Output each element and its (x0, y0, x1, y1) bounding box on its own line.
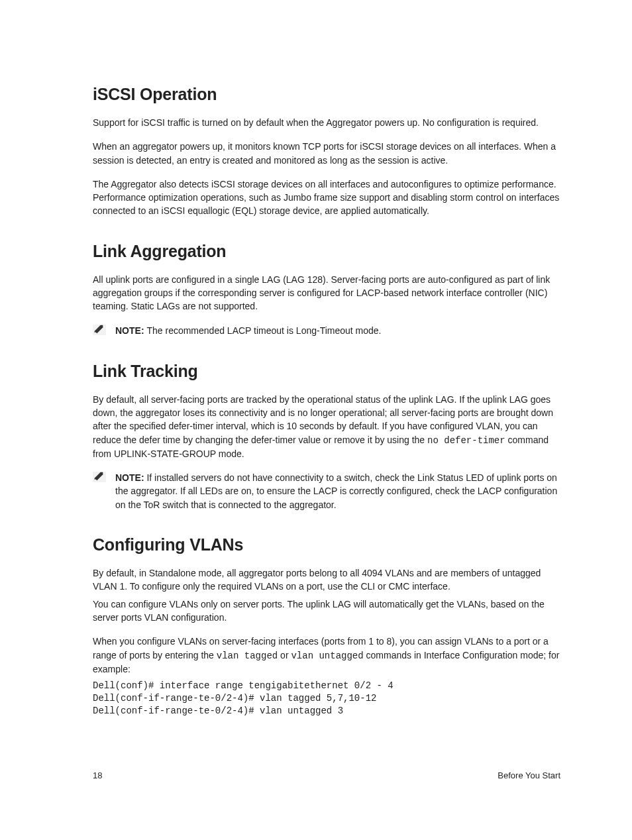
paragraph: Support for iSCSI traffic is turned on b… (93, 116, 560, 129)
document-page: iSCSI Operation Support for iSCSI traffi… (0, 0, 632, 840)
paragraph: All uplink ports are configured in a sin… (93, 273, 560, 313)
paragraph: When you configure VLANs on server-facin… (93, 635, 560, 676)
note-body: The recommended LACP timeout is Long-Tim… (146, 325, 381, 336)
note-text: NOTE: If installed servers do not have c… (115, 471, 560, 511)
paragraph: By default, all server-facing ports are … (93, 393, 560, 460)
note-label: NOTE: (115, 325, 146, 336)
page-number: 18 (93, 770, 102, 780)
page-footer: 18 Before You Start (93, 770, 560, 780)
paragraph: By default, in Standalone mode, all aggr… (93, 566, 560, 594)
heading-iscsi-operation: iSCSI Operation (93, 85, 560, 104)
note-label: NOTE: (115, 472, 146, 483)
heading-link-aggregation: Link Aggregation (93, 242, 560, 261)
note-block: NOTE: The recommended LACP timeout is Lo… (93, 324, 560, 338)
note-body: If installed servers do not have connect… (115, 472, 557, 510)
note-block: NOTE: If installed servers do not have c… (93, 471, 560, 511)
text-run: or (278, 650, 291, 660)
inline-code: no defer-timer (427, 435, 505, 446)
inline-code: vlan tagged (217, 651, 278, 661)
note-icon (93, 325, 106, 338)
note-text: NOTE: The recommended LACP timeout is Lo… (115, 324, 382, 337)
note-icon (93, 472, 106, 485)
inline-code: vlan untagged (291, 651, 363, 661)
paragraph: You can configure VLANs only on server p… (93, 598, 560, 625)
heading-link-tracking: Link Tracking (93, 362, 560, 381)
paragraph: The Aggregator also detects iSCSI storag… (93, 178, 560, 218)
paragraph: When an aggregator powers up, it monitor… (93, 140, 560, 167)
chapter-title: Before You Start (498, 770, 560, 780)
heading-configuring-vlans: Configuring VLANs (93, 535, 560, 554)
code-block: Dell(conf)# interface range tengigabitet… (93, 680, 560, 717)
